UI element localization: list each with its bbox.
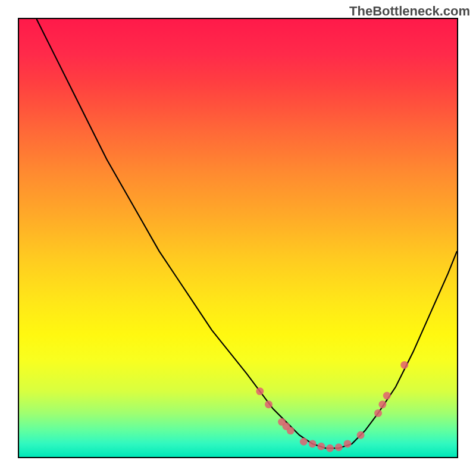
highlight-dot	[265, 400, 273, 408]
highlight-dot	[287, 427, 295, 434]
plot-area	[18, 18, 458, 458]
watermark-text: TheBottleneck.com	[349, 4, 470, 19]
highlight-dot	[374, 409, 382, 417]
highlight-dot	[400, 361, 408, 369]
highlight-dot	[300, 438, 308, 446]
highlight-dot	[335, 443, 343, 451]
highlight-dots-group	[256, 361, 408, 452]
highlight-dot	[317, 443, 325, 450]
curve-svg	[19, 19, 457, 457]
highlight-dot	[383, 392, 391, 399]
highlight-dot	[256, 387, 264, 395]
chart-container: TheBottleneck.com	[0, 0, 476, 476]
highlight-dot	[378, 400, 386, 408]
highlight-dot	[309, 440, 317, 447]
bottleneck-curve	[36, 19, 457, 448]
highlight-dot	[357, 431, 365, 439]
highlight-dot	[344, 440, 352, 447]
highlight-dot	[326, 444, 334, 452]
